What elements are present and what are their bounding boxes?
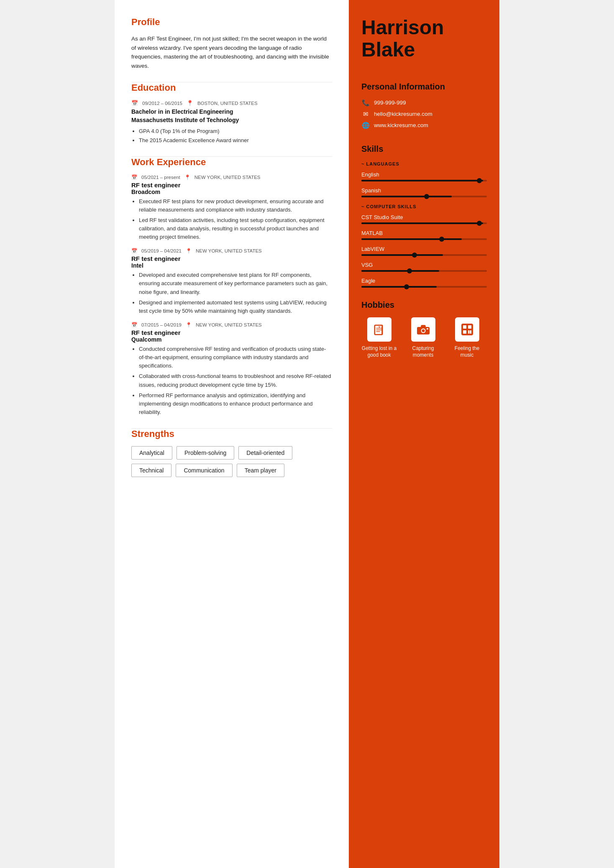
skill-name-eagle: Eagle (361, 278, 487, 284)
skill-matlab: MATLAB (361, 230, 487, 240)
skill-dot-vsg (407, 268, 412, 273)
location-icon: 📍 (187, 100, 193, 106)
skill-spanish: Spanish (361, 187, 487, 197)
edu-bullet-0-0: GPA 4.0 (Top 1% of the Program) (139, 127, 332, 135)
strength-tag-5: Team player (237, 464, 284, 477)
svg-rect-7 (463, 325, 466, 329)
website-icon: 🌐 (361, 122, 370, 129)
phone-number: 999-999-999 (374, 100, 406, 106)
skill-bar-english (361, 180, 487, 181)
profile-section: Profile As an RF Test Engineer, I'm not … (131, 17, 332, 70)
job-meta-2: 📅 07/2015 – 04/2019 📍 NEW YORK, UNITED S… (131, 322, 332, 328)
skill-eagle: Eagle (361, 278, 487, 288)
skill-fill-vsg (361, 270, 439, 272)
skill-dot-matlab (439, 237, 444, 242)
skill-dot-eagle (404, 284, 409, 289)
svg-rect-9 (463, 330, 466, 334)
edu-bullet-0-1: The 2015 Academic Excellence Award winne… (139, 136, 332, 145)
skill-name-labview: LabVIEW (361, 246, 487, 252)
skill-bar-matlab (361, 238, 487, 240)
education-title: Education (131, 82, 332, 93)
svg-point-4 (422, 329, 425, 332)
strength-tag-0: Analytical (131, 446, 172, 460)
skill-name-vsg: VSG (361, 262, 487, 268)
svg-rect-11 (470, 330, 471, 334)
phone-item: 📞 999-999-999 (361, 99, 487, 107)
cal-icon-job1: 📅 (131, 248, 137, 254)
skill-bar-vsg (361, 270, 487, 272)
camera-icon (411, 317, 435, 342)
strength-tag-3: Technical (131, 464, 171, 477)
skill-vsg: VSG (361, 262, 487, 272)
skill-name-cst: CST Studio Suite (361, 214, 487, 220)
hobby-music: Feeling the music (449, 317, 485, 359)
job-2: 📅 07/2015 – 04/2019 📍 NEW YORK, UNITED S… (131, 322, 332, 416)
computer-skills-label: ~ COMPUTER SKILLS (361, 204, 487, 209)
edu-location-0: BOSTON, UNITED STATES (197, 101, 258, 106)
skill-fill-cst (361, 222, 483, 224)
work-title: Work Experience (131, 157, 332, 168)
skill-bar-spanish (361, 196, 487, 197)
skills-section: Skills ~ LANGUAGES English Spanish (361, 144, 487, 288)
job-1: 📅 05/2019 – 04/2021 📍 NEW YORK, UNITED S… (131, 248, 332, 315)
skill-name-english: English (361, 171, 487, 178)
loc-icon-job2: 📍 (186, 322, 192, 328)
email-address: hello@kickresume.com (374, 111, 432, 117)
job-title-1: RF test engineer (131, 255, 332, 262)
job-title-0: RF test engineer (131, 181, 332, 189)
skill-english: English (361, 171, 487, 181)
skill-fill-spanish (361, 196, 452, 197)
job-0: 📅 05/2021 – present 📍 NEW YORK, UNITED S… (131, 174, 332, 242)
website-url: www.kickresume.com (374, 122, 428, 128)
resume-container: Profile As an RF Test Engineer, I'm not … (115, 0, 499, 868)
hobby-label-music: Feeling the music (449, 345, 485, 359)
hobby-camera: Capturing moments (405, 317, 441, 359)
job-company-2: Qualcomm (131, 336, 332, 343)
phone-icon: 📞 (361, 99, 370, 107)
calendar-icon: 📅 (131, 100, 138, 106)
strengths-title: Strengths (131, 429, 332, 439)
skill-dot-labview (412, 253, 417, 258)
loc-icon-job0: 📍 (184, 174, 190, 180)
job-bullet-1-0: Developed and executed comprehensive tes… (139, 271, 332, 296)
job-bullet-2-2: Performed RF performance analysis and op… (139, 391, 332, 416)
job-meta-0: 📅 05/2021 – present 📍 NEW YORK, UNITED S… (131, 174, 332, 180)
job-meta-1: 📅 05/2019 – 04/2021 📍 NEW YORK, UNITED S… (131, 248, 332, 254)
website-item: 🌐 www.kickresume.com (361, 122, 487, 129)
languages-label: ~ LANGUAGES (361, 161, 487, 166)
strengths-section: Strengths Analytical Problem-solving Det… (131, 429, 332, 477)
edu-degree-0: Bachelor in in Electrical Engineering Ma… (131, 108, 332, 124)
job-loc-0: NEW YORK, UNITED STATES (194, 175, 261, 180)
hobby-label-book: Getting lost in a good book (361, 345, 397, 359)
skill-labview: LabVIEW (361, 246, 487, 256)
edu-meta-0: 📅 09/2012 – 06/2015 📍 BOSTON, UNITED STA… (131, 100, 332, 106)
skill-cst: CST Studio Suite (361, 214, 487, 224)
job-date-0: 05/2021 – present (141, 175, 180, 180)
job-title-2: RF test engineer (131, 329, 332, 336)
email-icon: ✉ (361, 110, 370, 118)
cal-icon-job0: 📅 (131, 174, 137, 180)
email-item: ✉ hello@kickresume.com (361, 110, 487, 118)
hobby-book: Getting lost in a good book (361, 317, 397, 359)
skill-bar-labview (361, 254, 487, 256)
skills-title: Skills (361, 144, 487, 154)
education-entry-0: 📅 09/2012 – 06/2015 📍 BOSTON, UNITED STA… (131, 100, 332, 144)
hobbies-section: Hobbies Getting lost in a good book (361, 300, 487, 359)
skill-dot-spanish (424, 194, 429, 199)
candidate-name: Harrison Blake (361, 17, 487, 61)
strengths-grid: Analytical Problem-solving Detail-orient… (131, 446, 332, 477)
job-bullets-0: Executed RF test plans for new product d… (139, 197, 332, 242)
job-loc-2: NEW YORK, UNITED STATES (196, 322, 262, 327)
skill-fill-matlab (361, 238, 462, 240)
right-column: Harrison Blake Personal Information 📞 99… (349, 0, 499, 868)
skill-dot-english (477, 178, 482, 183)
svg-rect-6 (461, 324, 473, 335)
cal-icon-job2: 📅 (131, 322, 137, 328)
edu-date-0: 09/2012 – 06/2015 (142, 101, 182, 106)
left-column: Profile As an RF Test Engineer, I'm not … (115, 0, 349, 868)
svg-rect-5 (427, 328, 428, 329)
strength-tag-2: Detail-oriented (238, 446, 292, 460)
work-section: Work Experience 📅 05/2021 – present 📍 NE… (131, 157, 332, 417)
job-bullet-2-1: Collaborated with cross-functional teams… (139, 372, 332, 389)
personal-info-title: Personal Information (361, 82, 487, 92)
